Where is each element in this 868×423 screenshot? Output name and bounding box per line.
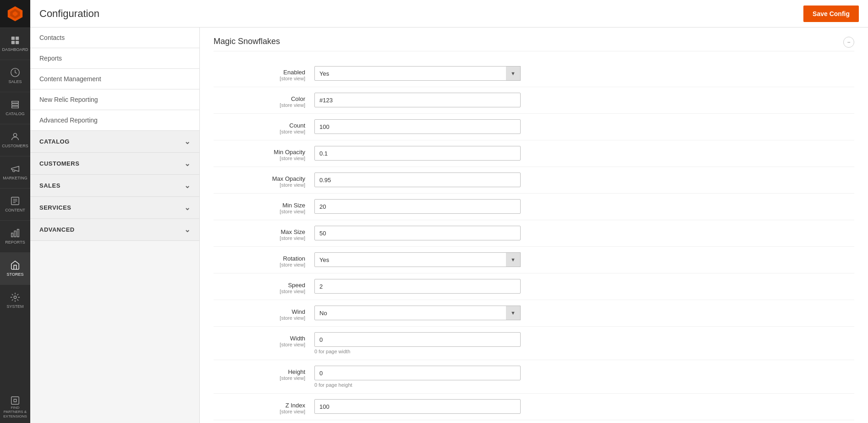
page-title: Configuration [39, 8, 99, 20]
config-input-speed[interactable] [314, 279, 521, 294]
section-sales[interactable]: SALES ⌄ [30, 175, 199, 197]
section-services[interactable]: SERVICES ⌄ [30, 197, 199, 219]
chevron-down-icon: ⌄ [184, 203, 191, 212]
config-input-count[interactable] [314, 119, 521, 134]
config-scope: [store view] [214, 315, 305, 321]
svg-rect-4 [16, 37, 19, 40]
config-row: Color [store view] [214, 87, 854, 114]
chevron-down-icon: ⌄ [184, 159, 191, 168]
left-panel: Contacts Reports Content Management New … [30, 28, 200, 423]
config-input-min-size[interactable] [314, 199, 521, 214]
config-input-width[interactable] [314, 332, 521, 347]
sidebar-item-customers[interactable]: CUSTOMERS [0, 124, 30, 156]
config-scope: [store view] [214, 102, 305, 108]
config-input-max-size[interactable] [314, 226, 521, 240]
config-scope: [store view] [214, 409, 305, 414]
config-label: Height [288, 368, 305, 375]
header: Configuration Save Config [30, 0, 868, 28]
config-label: Rotation [283, 255, 305, 262]
sidebar-sales-label: SALES [8, 79, 22, 84]
sidebar-find-label: FIND PARTNERS & EXTENSIONS [2, 406, 28, 419]
sidebar-item-reports[interactable]: REPORTS [0, 220, 30, 252]
right-panel: − Magic Snowflakes Enabled [store view] … [200, 28, 868, 423]
menu-item-reports[interactable]: Reports [30, 48, 199, 69]
section-title: Magic Snowflakes [214, 37, 854, 51]
svg-rect-3 [11, 37, 15, 40]
config-label: Min Size [282, 202, 305, 209]
menu-item-contacts[interactable]: Contacts [30, 28, 199, 48]
config-row: Max Opacity [store view] [214, 167, 854, 194]
config-row: Enabled [store view] YesNo▼ [214, 61, 854, 87]
sidebar-item-dashboard[interactable]: DASHBOARD [0, 28, 30, 60]
config-row: Width [store view] 0 for page width [214, 327, 854, 360]
config-input-z-index[interactable] [314, 399, 521, 414]
svg-point-13 [14, 296, 16, 299]
config-label: Wind [291, 308, 305, 315]
config-scope: [store view] [214, 375, 305, 381]
config-row: Wind [store view] YesNo▼ [214, 300, 854, 327]
config-label: Speed [288, 282, 305, 289]
config-label: Enabled [283, 69, 305, 76]
config-row: Z Index [store view] [214, 394, 854, 420]
menu-item-advanced-reporting[interactable]: Advanced Reporting [30, 110, 199, 131]
sidebar-dashboard-label: DASHBOARD [2, 47, 28, 52]
sidebar-item-marketing[interactable]: MARKETING [0, 156, 30, 188]
config-row: Height [store view] 0 for page height [214, 360, 854, 394]
config-hint: 0 for page width [314, 349, 854, 354]
config-select-rotation[interactable]: YesNo [314, 252, 521, 267]
config-scope: [store view] [214, 235, 305, 241]
config-scope: [store view] [214, 182, 305, 188]
svg-point-8 [13, 134, 16, 137]
sidebar-item-catalog[interactable]: CATALOG [0, 92, 30, 124]
save-config-button[interactable]: Save Config [803, 6, 859, 22]
config-input-max-opacity[interactable] [314, 173, 521, 187]
chevron-down-icon: ⌄ [184, 225, 191, 234]
sidebar-stores-label: STORES [7, 272, 24, 277]
sidebar-reports-label: REPORTS [5, 240, 25, 245]
svg-rect-5 [11, 41, 15, 44]
config-select-enabled[interactable]: YesNo [314, 66, 521, 81]
svg-rect-6 [16, 41, 19, 44]
config-label: Width [290, 335, 305, 342]
section-catalog[interactable]: CATALOG ⌄ [30, 131, 199, 153]
config-scope: [store view] [214, 342, 305, 347]
collapse-section-button[interactable]: − [843, 37, 854, 48]
section-customers[interactable]: CUSTOMERS ⌄ [30, 153, 199, 175]
config-label: Max Opacity [272, 175, 305, 182]
config-row: Rotation [store view] YesNo▼ [214, 247, 854, 273]
sidebar-item-stores[interactable]: STORES [0, 252, 30, 284]
config-label: Max Size [281, 228, 305, 235]
config-input-color[interactable] [314, 93, 521, 107]
config-scope: [store view] [214, 156, 305, 161]
sidebar-marketing-label: MARKETING [3, 176, 27, 181]
svg-rect-14 [11, 396, 19, 404]
config-label: Z Index [286, 402, 305, 409]
config-row: Speed [store view] [214, 273, 854, 300]
config-row: Count [store view] [214, 114, 854, 140]
config-input-height[interactable] [314, 366, 521, 380]
menu-item-content-management[interactable]: Content Management [30, 69, 199, 89]
config-label: Min Opacity [274, 149, 305, 156]
config-scope: [store view] [214, 262, 305, 267]
config-row: Max Size [store view] [214, 220, 854, 247]
section-advanced[interactable]: ADVANCED ⌄ [30, 219, 199, 241]
config-row: Min Size [store view] [214, 194, 854, 220]
menu-item-new-relic[interactable]: New Relic Reporting [30, 89, 199, 110]
config-scope: [store view] [214, 76, 305, 81]
sidebar-customers-label: CUSTOMERS [2, 144, 28, 149]
sidebar-item-content[interactable]: CONTENT [0, 188, 30, 220]
svg-rect-12 [17, 229, 19, 237]
config-table: Enabled [store view] YesNo▼ Color [store… [214, 61, 854, 420]
chevron-down-icon: ⌄ [184, 181, 191, 190]
svg-rect-11 [14, 231, 16, 237]
config-select-wind[interactable]: YesNo [314, 306, 521, 320]
sidebar-system-label: SYSTEM [6, 304, 23, 309]
main-wrapper: Configuration Save Config Contacts Repor… [30, 0, 868, 423]
sidebar-item-find-partners[interactable]: FIND PARTNERS & EXTENSIONS [0, 391, 30, 423]
sidebar-item-system[interactable]: SYSTEM [0, 284, 30, 317]
config-scope: [store view] [214, 289, 305, 294]
svg-rect-10 [11, 233, 13, 237]
config-label: Count [289, 122, 305, 129]
config-input-min-opacity[interactable] [314, 146, 521, 161]
sidebar-item-sales[interactable]: SALES [0, 60, 30, 92]
